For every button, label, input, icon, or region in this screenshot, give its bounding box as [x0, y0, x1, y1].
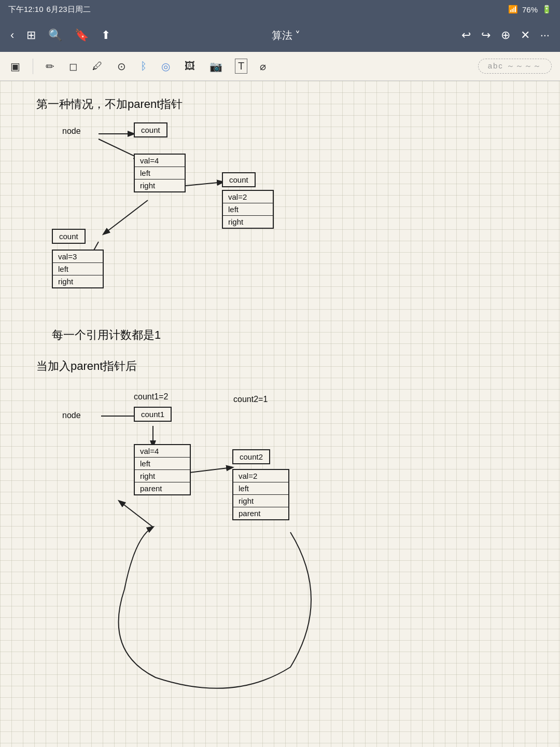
node-val2: val=2 left right	[222, 190, 274, 229]
pen-tool[interactable]: ✏	[44, 58, 57, 75]
count-box-1: count	[134, 122, 167, 137]
count2-box: count2	[232, 449, 270, 464]
back-button[interactable]: ‹	[10, 29, 14, 42]
toolbar-right: ↩ ↪ ⊕ ✕ ···	[461, 29, 550, 42]
drawing-toolbar: ▣ ✏ ◻ 🖊 ⊙ ᛒ ◎ 🖼 📷 T ⌀ abc ～～～～	[0, 52, 560, 81]
grid-button[interactable]: ⊞	[26, 29, 36, 42]
search-button[interactable]: 🔍	[48, 29, 62, 42]
node-label-1: node	[62, 127, 81, 136]
canvas: 第一种情况，不加parent指针 node count val=4 left r…	[0, 81, 560, 747]
node2-val4: val=4 left right parent	[134, 444, 191, 495]
node2-val2: val=2 left right parent	[232, 469, 289, 520]
node2-val4-left: left	[135, 458, 190, 470]
link-tool[interactable]: ⌀	[258, 58, 268, 75]
svg-line-2	[186, 182, 223, 186]
redo-button[interactable]: ↪	[481, 29, 491, 42]
arrows-layer	[0, 81, 560, 747]
svg-line-7	[189, 467, 232, 473]
count1-label: count1=2	[134, 392, 168, 402]
share-button[interactable]: ⬆	[101, 29, 110, 42]
count2-label: count2=1	[233, 395, 268, 404]
node-val4-left: left	[135, 167, 185, 179]
wifi-icon: 📶	[508, 5, 518, 14]
image-insert[interactable]: 🖼	[183, 58, 197, 74]
status-time-date: 下午12:10 6月23日周二	[8, 5, 91, 15]
node2-val2-parent: parent	[233, 507, 288, 519]
bluetooth-icon: ᛒ	[138, 58, 149, 74]
toolbar-left: ‹ ⊞ 🔍 🔖 ⬆	[10, 29, 110, 42]
heading2: 每一个引用计数都是1	[52, 327, 161, 343]
svg-line-3	[104, 200, 148, 234]
selection-tool[interactable]: ⊙	[115, 58, 128, 75]
undo-button[interactable]: ↩	[461, 29, 471, 42]
divider	[33, 59, 33, 74]
bookmark-button[interactable]: 🔖	[75, 29, 89, 42]
node2-val4-val: val=4	[135, 445, 190, 458]
heading1: 第一种情况，不加parent指针	[36, 96, 183, 112]
status-indicators: 📶 76% 🔋	[508, 5, 552, 14]
node2-val4-right: right	[135, 470, 190, 482]
svg-line-8	[119, 501, 153, 527]
text-tool[interactable]: T	[235, 59, 247, 74]
node-val3-left: left	[53, 263, 103, 275]
node-val4: val=4 left right	[134, 154, 186, 192]
battery-text: 76%	[522, 5, 538, 14]
node-val3-right: right	[53, 275, 103, 287]
date: 6月23日周二	[47, 5, 91, 15]
camera-tool[interactable]: 📷	[207, 58, 225, 75]
document-title[interactable]: 算法 ˅	[272, 29, 301, 43]
node-val3-val: val=3	[53, 251, 103, 263]
count-box-3: count	[52, 229, 86, 244]
node2-val4-parent: parent	[135, 482, 190, 494]
time: 下午12:10	[8, 5, 44, 15]
add-page-button[interactable]: ⊕	[501, 29, 510, 42]
node2-val2-right: right	[233, 495, 288, 507]
count-box-2: count	[222, 172, 256, 187]
node-val4-right: right	[135, 179, 185, 191]
node2-val2-val: val=2	[233, 470, 288, 482]
node-val2-val: val=2	[223, 191, 273, 203]
lasso-tool[interactable]: ◎	[159, 58, 172, 75]
close-button[interactable]: ✕	[521, 29, 530, 42]
node-label-2: node	[62, 411, 81, 420]
eraser-tool[interactable]: ◻	[67, 58, 80, 75]
node2-val2-left: left	[233, 482, 288, 495]
abc-badge: abc ～～～～	[478, 59, 552, 74]
node-val2-right: right	[223, 216, 273, 228]
more-button[interactable]: ···	[540, 29, 550, 42]
node-val3: val=3 left right	[52, 250, 104, 288]
count1-box: count1	[134, 407, 172, 422]
node-val4-val: val=4	[135, 155, 185, 167]
sidebar-toggle[interactable]: ▣	[8, 58, 22, 75]
node-val2-left: left	[223, 203, 273, 216]
top-toolbar: ‹ ⊞ 🔍 🔖 ⬆ 算法 ˅ ↩ ↪ ⊕ ✕ ···	[0, 19, 560, 52]
status-bar: 下午12:10 6月23日周二 📶 76% 🔋	[0, 0, 560, 19]
highlighter-tool[interactable]: 🖊	[90, 58, 105, 74]
heading3: 当加入parent指针后	[36, 358, 137, 374]
battery-icon: 🔋	[542, 5, 552, 14]
